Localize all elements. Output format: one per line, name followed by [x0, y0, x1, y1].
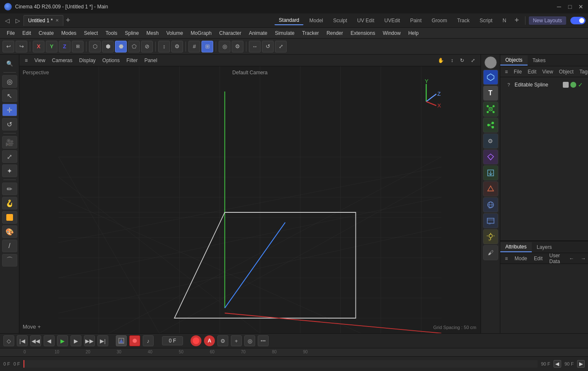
- tab-standard[interactable]: Standard: [274, 16, 303, 25]
- tab-uvedit2[interactable]: UVEdit: [380, 16, 404, 25]
- tl-next-frame-nav[interactable]: ▶: [577, 360, 585, 368]
- maximize-button[interactable]: □: [567, 4, 573, 10]
- ri-paint-brush[interactable]: 🖌: [483, 245, 498, 260]
- obj-object[interactable]: Object: [557, 68, 576, 76]
- menu-select[interactable]: Select: [81, 29, 101, 37]
- menu-help[interactable]: Help: [405, 29, 422, 37]
- tl-dots-btn[interactable]: [258, 335, 269, 346]
- menu-simulate[interactable]: Simulate: [272, 29, 298, 37]
- viewport[interactable]: Y Z X Perspective Default Camera Move + …: [19, 66, 481, 333]
- tl-diamond-btn[interactable]: ◇: [3, 335, 14, 346]
- tab-close-icon[interactable]: ✕: [55, 18, 59, 23]
- obj-tag-1[interactable]: [563, 82, 569, 88]
- menu-create[interactable]: Create: [35, 29, 57, 37]
- back-button[interactable]: ◁: [3, 16, 12, 26]
- forward-button[interactable]: ▷: [13, 16, 23, 26]
- timeline-playhead[interactable]: [24, 360, 24, 368]
- menu-modes[interactable]: Modes: [58, 29, 80, 37]
- tl-next-key-btn[interactable]: ▶▶: [84, 335, 95, 346]
- tl-prev-frame-nav[interactable]: ◀: [554, 360, 561, 368]
- spline-tool[interactable]: ⌒: [2, 254, 17, 266]
- tab-groom[interactable]: Groom: [428, 16, 452, 25]
- orbit-icon[interactable]: ↕: [449, 57, 455, 64]
- tl-circle-btn[interactable]: ◎: [244, 335, 255, 346]
- grid-button[interactable]: #: [188, 41, 200, 52]
- tab-script[interactable]: Script: [476, 16, 497, 25]
- texture-button[interactable]: ⊘: [141, 41, 153, 52]
- knife-tool[interactable]: /: [2, 240, 17, 252]
- viewport-menu-icon[interactable]: ≡: [23, 57, 30, 64]
- tl-current-frame[interactable]: 0 F: [162, 336, 183, 345]
- tab-takes[interactable]: Takes: [528, 56, 551, 65]
- ri-import[interactable]: [483, 165, 498, 180]
- menu-extensions[interactable]: Extensions: [347, 29, 379, 37]
- axis-x-button[interactable]: X: [33, 41, 44, 52]
- tl-record-btn[interactable]: [116, 335, 127, 346]
- obj-tags[interactable]: Tags: [578, 68, 588, 76]
- ri-effectors[interactable]: [483, 118, 498, 133]
- viewport-view[interactable]: View: [32, 57, 47, 64]
- tl-prev-frame-btn[interactable]: ◀: [44, 335, 55, 346]
- attr-mode[interactable]: Mode: [512, 255, 529, 262]
- menu-tracker[interactable]: Tracker: [299, 29, 322, 37]
- search-tool[interactable]: 🔍: [2, 57, 17, 70]
- tab-uvedit[interactable]: UV Edit: [353, 16, 379, 25]
- object-row-editable-spline[interactable]: ? Editable Spline ✓: [503, 80, 585, 90]
- fullscreen-icon[interactable]: ⤢: [469, 57, 477, 64]
- edges-button[interactable]: ⬢: [102, 41, 114, 52]
- snap-settings-button[interactable]: ⚙: [171, 41, 183, 52]
- tl-prev-key-btn[interactable]: ◀◀: [30, 335, 41, 346]
- render-settings-button[interactable]: ⚙: [232, 41, 243, 52]
- attr-menu-icon[interactable]: ≡: [503, 255, 510, 262]
- axis-all-button[interactable]: ⊞: [72, 41, 84, 52]
- menu-mesh[interactable]: Mesh: [143, 29, 162, 37]
- attr-userdata[interactable]: User Data: [547, 252, 562, 265]
- obj-menu-icon[interactable]: ≡: [503, 68, 510, 76]
- add-tab-button[interactable]: +: [64, 16, 72, 25]
- menu-mograph[interactable]: MoGraph: [187, 29, 215, 37]
- ri-nodes[interactable]: [483, 102, 498, 117]
- ri-text[interactable]: T: [483, 86, 498, 101]
- paint-tool[interactable]: ✏: [2, 183, 17, 195]
- tab-sculpt[interactable]: Sculpt: [329, 16, 351, 25]
- live-select-tool[interactable]: ◎: [2, 75, 17, 88]
- ri-scene[interactable]: ST: [483, 213, 498, 228]
- minimize-button[interactable]: ─: [556, 4, 562, 10]
- attr-forward-icon[interactable]: →: [579, 255, 588, 262]
- move-tool[interactable]: ✛: [2, 104, 17, 116]
- polygons-button[interactable]: ⬣: [115, 41, 127, 52]
- close-button[interactable]: ✕: [578, 4, 584, 10]
- attr-edit[interactable]: Edit: [532, 255, 545, 262]
- camera-tool[interactable]: 🎥: [2, 136, 17, 149]
- tl-play-btn[interactable]: ▶: [57, 335, 68, 346]
- obj-tag-2[interactable]: [570, 82, 576, 88]
- tab-paint[interactable]: Paint: [406, 16, 426, 25]
- menu-animate[interactable]: Animate: [246, 29, 271, 37]
- hook-tool[interactable]: 🪝: [2, 197, 17, 209]
- snap-move-button[interactable]: ↕: [158, 41, 170, 52]
- menu-window[interactable]: Window: [379, 29, 404, 37]
- ri-cube[interactable]: [483, 70, 498, 85]
- tab-attributes[interactable]: Attributes: [500, 242, 532, 252]
- tab-objects[interactable]: Objects: [500, 55, 528, 65]
- uv-button[interactable]: ⬠: [128, 41, 140, 52]
- tl-record-dot[interactable]: [191, 335, 201, 346]
- pan-icon[interactable]: ✋: [436, 57, 446, 64]
- obj-file[interactable]: File: [512, 68, 524, 76]
- tl-go-start-btn[interactable]: |◀: [17, 335, 28, 346]
- tl-a-button[interactable]: A: [204, 335, 215, 346]
- rotate-button[interactable]: ↺: [262, 41, 274, 52]
- viewport-panel[interactable]: Panel: [142, 57, 159, 64]
- menu-render[interactable]: Render: [323, 29, 346, 37]
- new-layouts-button[interactable]: New Layouts: [529, 16, 566, 25]
- tl-audio-btn[interactable]: ♪: [143, 335, 154, 346]
- tl-record-circle-btn active-rec[interactable]: [129, 335, 140, 346]
- toggle-switch[interactable]: [570, 17, 585, 24]
- tab-track[interactable]: Track: [453, 16, 474, 25]
- attr-back-icon[interactable]: ←: [567, 255, 576, 262]
- tl-go-end-btn[interactable]: ▶|: [97, 335, 108, 346]
- tl-settings-btn[interactable]: ⚙: [217, 335, 228, 346]
- multi-tool[interactable]: ✦: [2, 165, 17, 177]
- undo-button[interactable]: ↩: [3, 41, 14, 52]
- viewport-options[interactable]: Options: [100, 57, 122, 64]
